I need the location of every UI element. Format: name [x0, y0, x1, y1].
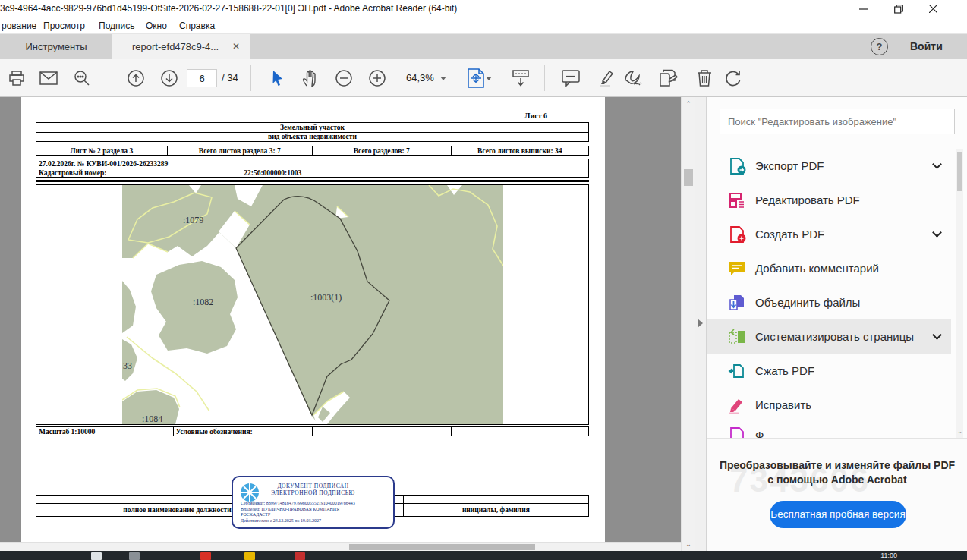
panel-item-partial[interactable]: Ф [707, 422, 951, 438]
previous-page-button[interactable] [125, 68, 146, 89]
page-number-input[interactable]: 6 [187, 69, 217, 87]
windows-taskbar[interactable]: 11:00 [0, 551, 967, 560]
panel-collapse-strip[interactable] [695, 97, 706, 551]
main-toolbar: 6 / 34 64,3% [0, 59, 967, 97]
panel-item-combine-files[interactable]: Объединить файлы [707, 285, 951, 319]
partial-item-icon [728, 426, 746, 438]
email-icon [39, 71, 58, 86]
edit-page-button[interactable] [657, 68, 679, 89]
close-button[interactable] [929, 0, 964, 17]
scale-label: Масштаб 1:10000 [36, 427, 174, 436]
taskbar-app-icon[interactable] [91, 552, 102, 560]
menu-item-view[interactable]: Просмотр [42, 17, 87, 34]
page-scrolling-button[interactable] [510, 68, 531, 89]
print-icon [8, 70, 25, 87]
scroll-up-icon[interactable]: ⌃ [682, 100, 695, 108]
map-label-1084: :1084 [142, 414, 162, 424]
zoom-in-button[interactable] [367, 68, 388, 89]
map-label-1082: :1082 [193, 297, 213, 307]
print-button[interactable] [6, 68, 27, 89]
menu-bar: рование Просмотр Подпись Окно Справка [0, 17, 967, 34]
panel-item-redact[interactable]: Исправить [707, 388, 951, 422]
taskbar-app-icon[interactable] [295, 552, 305, 560]
taskbar-clock[interactable]: 11:00 [880, 551, 897, 560]
panel-item-label: Создать PDF [755, 228, 824, 241]
roskadastr-logo-icon [240, 483, 260, 502]
email-button[interactable] [38, 68, 59, 89]
acrobat-promo: 7343606 Преобразовывайте и изменяйте фай… [707, 438, 967, 560]
highlighter-icon [597, 69, 615, 87]
fit-page-button[interactable] [465, 68, 495, 89]
panel-scroll-down-icon[interactable]: ⌄ [956, 428, 963, 435]
vertical-scroll-thumb[interactable] [684, 169, 693, 186]
legend-cell-empty [313, 427, 452, 436]
redo-button[interactable] [723, 68, 744, 89]
sign-in-link[interactable]: Войти [910, 34, 943, 59]
menu-item-window[interactable]: Окно [144, 17, 169, 34]
minimize-button[interactable] [859, 0, 894, 17]
menu-item-help[interactable]: Справка [178, 17, 216, 34]
toolbar-separator [250, 65, 251, 91]
page-total-label: / 34 [222, 69, 238, 87]
zoom-level-select[interactable]: 64,3% [400, 69, 452, 87]
panel-expand-icon [698, 319, 703, 328]
delete-pages-button[interactable] [694, 68, 715, 89]
help-icon[interactable]: ? [871, 38, 888, 55]
sheet-counter-cell: Всего листов раздела 3: 7 [168, 146, 313, 155]
panel-item-create-pdf[interactable]: Создать PDF [707, 217, 951, 251]
zoom-out-icon [335, 69, 353, 87]
taskbar-app-icon[interactable] [200, 552, 211, 560]
next-page-button[interactable] [159, 68, 180, 89]
sheet-number: Лист 6 [524, 112, 547, 120]
panel-item-export-pdf[interactable]: Экспорт PDF [707, 149, 951, 183]
promo-line2: с помощью Adobe Acrobat [707, 473, 967, 487]
fit-page-caret-icon [486, 77, 492, 80]
registration-table: 27.02.2026г. № КУВИ-001/2026-26233289 Ка… [36, 159, 589, 178]
acrobat-window: 3c9-4964-4acc-9829-976bd1d45199-OfSite-2… [0, 0, 967, 560]
fit-page-icon [468, 68, 484, 88]
cadastral-map: :1079 :1082 :1003(1) 33 :1084 [122, 185, 503, 424]
panel-scroll-thumb[interactable] [957, 152, 962, 191]
object-type-table: Земельный участок вид объекта недвижимос… [36, 122, 589, 142]
panel-item-add-comment[interactable]: Добавить комментарий [707, 251, 951, 285]
fill-sign-button[interactable] [622, 68, 644, 89]
sheet-counter-row: Лист № 2 раздела 3 Всего листов раздела … [36, 146, 589, 156]
menu-item-sign[interactable]: Подпись [97, 17, 137, 34]
horizontal-scroll-thumb[interactable] [349, 544, 535, 550]
search-button[interactable] [71, 68, 93, 89]
comment-icon [562, 70, 580, 87]
taskbar-app-icon[interactable] [129, 552, 140, 560]
select-tool-button[interactable] [267, 68, 288, 89]
panel-item-organize-pages[interactable]: Систематизировать страницы [707, 319, 951, 354]
map-label-1003: :1003(1) [310, 292, 342, 303]
tab-document[interactable]: report-efd478c9-4... ✕ [112, 34, 250, 59]
compress-pdf-icon [728, 362, 746, 380]
map-frame: :1079 :1082 :1003(1) 33 :1084 [36, 184, 589, 425]
comment-button[interactable] [560, 68, 581, 89]
taskbar-app-icon[interactable] [244, 552, 255, 560]
tab-tools[interactable]: Инструменты [0, 34, 112, 59]
panel-scrollbar[interactable]: ⌄ [956, 149, 963, 439]
free-trial-button[interactable]: Бесплатная пробная версия [770, 501, 906, 528]
scrolling-icon [512, 69, 530, 87]
promo-heading: Преобразовывайте и изменяйте файлы PDF с… [707, 458, 967, 487]
panel-item-edit-pdf[interactable]: Редактировать PDF [707, 183, 951, 217]
vertical-scrollbar[interactable]: ⌃ ⌄ [681, 97, 695, 551]
tools-search-input[interactable] [720, 109, 955, 134]
tab-close-icon[interactable]: ✕ [232, 34, 240, 59]
zoom-in-icon [368, 69, 386, 87]
restore-button[interactable] [894, 0, 929, 17]
zoom-out-button[interactable] [333, 68, 354, 89]
document-view[interactable]: Лист 6 Земельный участок вид объекта нед… [0, 97, 681, 542]
pdf-page: Лист 6 Земельный участок вид объекта нед… [21, 97, 605, 542]
window-title: 3c9-4964-4acc-9829-976bd1d45199-OfSite-2… [0, 0, 457, 17]
panel-item-compress-pdf[interactable]: Сжать PDF [707, 354, 951, 388]
scroll-down-icon[interactable]: ⌄ [682, 540, 695, 548]
menu-item-editing[interactable]: рование [0, 17, 38, 34]
hand-tool-button[interactable] [299, 68, 320, 89]
horizontal-scrollbar[interactable] [0, 542, 681, 551]
highlight-button[interactable] [595, 68, 616, 89]
map-label-33: 33 [123, 360, 132, 371]
zoom-level-value: 64,3% [406, 72, 434, 83]
scale-row: Масштаб 1:10000 Условные обозначения: [36, 426, 589, 436]
